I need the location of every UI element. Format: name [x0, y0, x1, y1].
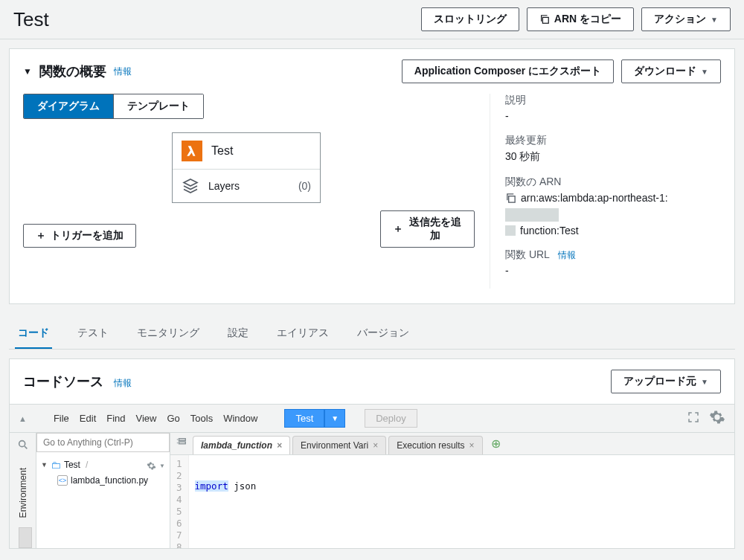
add-trigger-button[interactable]: ＋ トリガーを追加 — [23, 224, 136, 248]
goto-anything-wrapper — [36, 433, 170, 452]
function-url-value: - — [505, 265, 721, 277]
add-trigger-label: トリガーを追加 — [51, 229, 124, 242]
tab-aliases[interactable]: エイリアス — [274, 319, 332, 349]
editor-tab-env-vars[interactable]: Environment Vari × — [292, 436, 386, 454]
page-header: Test スロットリング ARN をコピー アクション ▼ — [0, 0, 744, 39]
svg-rect-0 — [542, 17, 548, 23]
close-icon[interactable]: × — [469, 440, 475, 451]
tab-test[interactable]: テスト — [74, 319, 112, 349]
file-tree-root[interactable]: ▼ 🗀 Test / ▼ — [36, 457, 170, 473]
line-number-gutter: 123456789 — [170, 455, 189, 548]
overview-properties: 説明 - 最終更新 30 秒前 関数の ARN arn:aws:lambda:a… — [505, 94, 721, 289]
overview-left: ダイアグラム テンプレート Test Layers — [23, 94, 490, 289]
goto-anything-input[interactable] — [36, 433, 170, 452]
tree-gear-icon[interactable]: ▼ — [147, 459, 165, 470]
editor-tabs: lambda_function × Environment Vari × Exe… — [170, 433, 734, 455]
download-label: ダウンロード — [634, 65, 696, 78]
test-dropdown-button[interactable]: ▼ — [324, 409, 345, 428]
add-tab-icon[interactable]: ⊕ — [485, 434, 507, 454]
redacted-box — [505, 225, 516, 236]
code-content[interactable]: import json def lambda_handler(event, co… — [189, 455, 469, 548]
export-composer-button[interactable]: Application Composer にエクスポート — [402, 59, 614, 83]
deploy-button: Deploy — [365, 409, 417, 428]
info-link[interactable]: 情報 — [114, 378, 132, 388]
layers-icon — [182, 177, 199, 195]
code-editor[interactable]: 123456789 import json def lambda_handler… — [170, 455, 734, 548]
code-source-title: コードソース — [23, 374, 103, 389]
copy-icon — [539, 14, 550, 25]
folder-icon: 🗀 — [51, 459, 61, 471]
menu-edit[interactable]: Edit — [80, 413, 96, 424]
gear-icon[interactable] — [709, 409, 725, 428]
menu-go[interactable]: Go — [167, 413, 180, 424]
test-button-group: Test ▼ — [284, 409, 345, 428]
function-layers-row[interactable]: Layers (0) — [173, 170, 320, 202]
function-arn-suffix: function:Test — [520, 225, 579, 236]
search-icon[interactable] — [17, 439, 29, 453]
editor-tab-label: Execution results — [397, 440, 464, 451]
function-box[interactable]: Test Layers (0) — [172, 132, 321, 203]
main-tabs: コード テスト モニタリング 設定 エイリアス バージョン — [9, 319, 735, 350]
plus-icon: ＋ — [36, 229, 46, 242]
tab-configuration[interactable]: 設定 — [225, 319, 251, 349]
caret-down-icon: ▼ — [711, 16, 718, 24]
prop-last-modified: 最終更新 30 秒前 — [505, 134, 721, 164]
ide-gutter-handle[interactable] — [19, 527, 32, 548]
menubar-collapse-icon[interactable]: ▲ — [19, 414, 27, 423]
editor-tab-exec-results[interactable]: Execution results × — [388, 436, 482, 454]
file-icon: <> — [57, 475, 68, 486]
menu-view[interactable]: View — [136, 413, 157, 424]
editor-tab-lambda-function[interactable]: lambda_function × — [193, 436, 290, 454]
add-destination-label: 送信先を追加 — [408, 216, 462, 242]
layers-label: Layers — [208, 180, 289, 192]
ide-right-icons — [687, 409, 725, 428]
environment-side-tab[interactable]: Environment — [18, 468, 28, 518]
code-source-header: コードソース 情報 アップロード元 ▼ — [10, 359, 734, 404]
tab-diagram[interactable]: ダイアグラム — [24, 94, 113, 118]
upload-from-button[interactable]: アップロード元 ▼ — [611, 370, 721, 393]
copy-icon[interactable] — [505, 193, 516, 204]
close-icon[interactable]: × — [373, 440, 378, 451]
editor-tab-label: lambda_function — [201, 440, 272, 451]
disclosure-triangle-icon[interactable]: ▼ — [23, 66, 32, 77]
fullscreen-icon[interactable] — [687, 411, 700, 426]
function-url-label: 関数 URL 情報 — [505, 248, 721, 262]
close-icon[interactable]: × — [277, 440, 282, 451]
ide-sidebar: ▼ 🗀 Test / ▼ <> lambda_function.py — [36, 433, 170, 548]
header-actions: スロットリング ARN をコピー アクション ▼ — [421, 7, 731, 31]
prop-description: 説明 - — [505, 94, 721, 122]
download-button[interactable]: ダウンロード ▼ — [621, 59, 721, 83]
menu-find[interactable]: Find — [106, 413, 125, 424]
tab-versions[interactable]: バージョン — [354, 319, 412, 349]
svg-point-2 — [19, 441, 25, 447]
tab-list-icon[interactable] — [170, 433, 193, 454]
overview-panel-header: ▼ 関数の概要 情報 Application Composer にエクスポート … — [23, 59, 721, 83]
caret-down-icon: ▼ — [701, 378, 708, 386]
ide: ▲ File Edit Find View Go Tools Window Te… — [10, 404, 734, 548]
menu-file[interactable]: File — [54, 413, 69, 424]
overview-title-group[interactable]: ▼ 関数の概要 情報 — [23, 62, 132, 80]
function-arn-row-2: function:Test — [505, 225, 721, 236]
ide-left-gutter: Environment — [10, 433, 36, 548]
actions-label: アクション — [654, 13, 706, 26]
tab-monitoring[interactable]: モニタリング — [134, 319, 202, 349]
description-value: - — [505, 110, 721, 122]
add-destination-button[interactable]: ＋ 送信先を追加 — [380, 210, 475, 248]
tab-code[interactable]: コード — [15, 319, 52, 349]
plus-icon: ＋ — [393, 222, 403, 236]
file-tree-item[interactable]: <> lambda_function.py — [36, 473, 170, 488]
actions-button[interactable]: アクション ▼ — [641, 7, 731, 31]
upload-from-label: アップロード元 — [623, 375, 696, 388]
throttling-button[interactable]: スロットリング — [421, 7, 519, 31]
menu-window[interactable]: Window — [223, 413, 257, 424]
copy-arn-button[interactable]: ARN をコピー — [527, 7, 634, 31]
info-link[interactable]: 情報 — [114, 65, 132, 78]
svg-rect-1 — [509, 196, 515, 202]
info-link[interactable]: 情報 — [558, 250, 576, 260]
chevron-down-icon: ▼ — [41, 461, 48, 469]
tree-file-label: lambda_function.py — [71, 475, 148, 486]
test-button[interactable]: Test — [284, 409, 324, 428]
editor-tab-label: Environment Vari — [301, 440, 368, 451]
menu-tools[interactable]: Tools — [190, 413, 213, 424]
tab-template[interactable]: テンプレート — [113, 94, 203, 118]
